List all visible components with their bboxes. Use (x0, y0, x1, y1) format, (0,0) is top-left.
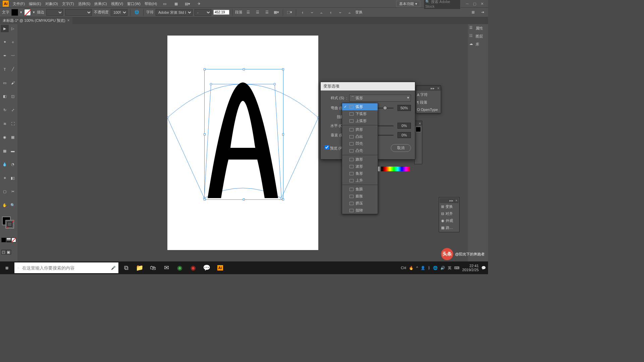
menu-effect[interactable]: 效果(C) (94, 1, 107, 6)
gradient-tool[interactable]: ▬ (9, 147, 17, 155)
shape-builder-tool[interactable]: ◉ (1, 134, 9, 141)
illustrator-icon[interactable]: Ai (213, 261, 227, 274)
brush-select[interactable] (65, 9, 92, 16)
handle-br[interactable] (282, 198, 284, 200)
menu-select[interactable]: 选择(S) (78, 1, 91, 6)
pathfinder-tab[interactable]: ▦路… (440, 224, 459, 231)
opacity-input[interactable]: 100% (111, 9, 127, 16)
dd-item-wave[interactable]: 波形 (342, 163, 378, 170)
char-tab[interactable]: A 字符 (416, 91, 435, 99)
hand-tool[interactable]: ✋ (1, 202, 9, 209)
dock-libraries[interactable]: ☁库 (469, 40, 487, 48)
width-tool[interactable]: ≋ (1, 120, 9, 127)
stroke-weight[interactable] (46, 9, 63, 16)
align-right-icon[interactable]: ☰ (263, 9, 271, 16)
artboard-tool[interactable]: ▢ (1, 188, 9, 195)
panel-close-icon[interactable]: × (418, 121, 422, 126)
tray-up-icon[interactable]: ^ (416, 266, 418, 270)
screen-mode-2[interactable]: ▣ (6, 250, 11, 254)
maximize-button[interactable]: ▢ (471, 1, 478, 6)
dd-item-inflate[interactable]: 膨胀 (342, 193, 378, 200)
align-obj-3[interactable]: ⫠ (318, 9, 325, 16)
dd-item-shellupper[interactable]: 凸壳 (342, 147, 378, 154)
close-tab-button[interactable]: × (67, 18, 70, 23)
handle-ml[interactable] (204, 133, 206, 135)
scale-tool[interactable]: ⤢ (9, 106, 17, 114)
spectrum[interactable] (378, 167, 410, 171)
tray-network-icon[interactable]: 🌐 (433, 266, 438, 270)
stroke-swatch[interactable] (24, 9, 31, 16)
close-button[interactable]: ✕ (479, 1, 485, 6)
align-obj-5[interactable]: ⫟ (336, 9, 344, 16)
dock-properties[interactable]: ☰属性 (469, 24, 487, 32)
appearance-tab[interactable]: ◉外观 (440, 217, 459, 224)
paintbrush-tool[interactable]: 🖌 (9, 79, 17, 86)
blend-tool[interactable]: ◔ (9, 161, 17, 168)
chevron-down-icon[interactable]: ▾ (20, 10, 22, 14)
more-para-icon[interactable]: ▦▾ (273, 9, 280, 16)
handle-tr[interactable] (282, 68, 284, 70)
color-mode-none[interactable] (11, 238, 16, 242)
clock-time[interactable]: 22:41 (462, 264, 479, 268)
task-view-icon[interactable]: ⧉ (119, 261, 133, 274)
curvature-tool[interactable]: 〰 (9, 52, 17, 59)
minimize-button[interactable]: ─ (464, 1, 471, 6)
tray-icon-1[interactable]: 🔥 (409, 266, 414, 270)
doc-icon[interactable]: ▭ (161, 0, 168, 7)
lang-indicator[interactable]: 英 (448, 265, 451, 270)
pen-tool[interactable]: ✒ (1, 52, 9, 59)
color-swatch[interactable] (416, 127, 421, 132)
dd-item-arclower[interactable]: 下弧形 (342, 110, 378, 117)
transform-label[interactable]: 变换 (355, 10, 363, 15)
color-mode-gradient[interactable] (6, 238, 11, 242)
type-tool[interactable]: T (1, 66, 9, 73)
line-tool[interactable]: ╱ (9, 66, 17, 73)
tray-people-icon[interactable]: 👤 (421, 266, 425, 270)
store-icon[interactable]: 🛍 (146, 261, 160, 274)
panel-menu-icon[interactable]: ⊞ (469, 9, 477, 16)
align-obj-1[interactable]: ⫞ (299, 9, 306, 16)
color-panel[interactable]: × (414, 121, 422, 164)
notification-icon[interactable]: 💬 (481, 266, 486, 270)
dd-item-arch[interactable]: 拱形 (342, 126, 378, 133)
graph-tool[interactable]: ▮▯ (9, 174, 17, 182)
dock-layers[interactable]: ☷图层 (469, 32, 487, 40)
panel-menu-icon[interactable]: ▸▸ (448, 198, 454, 203)
align-tab[interactable]: ⊟对齐 (440, 210, 459, 217)
globe-icon[interactable]: 🌐 (133, 9, 141, 16)
para-tab[interactable]: ¶ 段落 (416, 99, 435, 106)
search-input[interactable] (22, 265, 108, 270)
h-value[interactable]: 0% (397, 123, 411, 129)
shaper-tool[interactable]: ◧ (1, 93, 9, 100)
bend-value[interactable]: 50% (397, 105, 411, 111)
tray-bluetooth-icon[interactable]: ᛒ (428, 266, 430, 270)
panel-close-icon[interactable]: × (454, 198, 459, 203)
tray-ime-icon[interactable]: ⌨ (454, 266, 460, 270)
align-center-icon[interactable]: ☰ (254, 9, 261, 16)
screen-mode[interactable]: ▢ (1, 250, 6, 254)
lasso-tool[interactable]: ⟡ (9, 39, 17, 46)
panel-close-icon[interactable]: × (436, 86, 441, 91)
align-left-icon[interactable]: ☰ (245, 9, 252, 16)
mail-icon[interactable]: ✉ (160, 261, 173, 274)
cancel-button[interactable]: 取消 (391, 144, 411, 152)
perspective-tool[interactable]: ▦ (9, 134, 17, 141)
panel-menu-icon[interactable]: ▸▸ (429, 86, 436, 91)
style-select[interactable]: ⌒ 弧形▾ (349, 95, 411, 102)
music-icon[interactable]: ◉ (186, 261, 200, 274)
handle-bl[interactable] (204, 198, 206, 200)
dd-item-arcupper[interactable]: 上弧形 (342, 117, 378, 124)
dd-item-rise[interactable]: 上升 (342, 177, 378, 184)
menu-window[interactable]: 窗口(W) (127, 1, 141, 6)
handle-tl[interactable] (204, 68, 206, 70)
menu-file[interactable]: 文件(F) (13, 1, 25, 6)
menu-object[interactable]: 对象(O) (45, 1, 58, 6)
selection-tool[interactable]: ▶ (1, 25, 9, 32)
menu-view[interactable]: 视图(V) (111, 1, 123, 6)
eraser-tool[interactable]: ◫ (9, 93, 17, 100)
explorer-icon[interactable]: 📁 (133, 261, 146, 274)
dd-item-fish[interactable]: 鱼形 (342, 170, 378, 177)
fill-swatch[interactable] (11, 9, 18, 16)
rotate-tool[interactable]: ↻ (1, 106, 9, 114)
magic-wand-tool[interactable]: ✦ (1, 39, 9, 46)
